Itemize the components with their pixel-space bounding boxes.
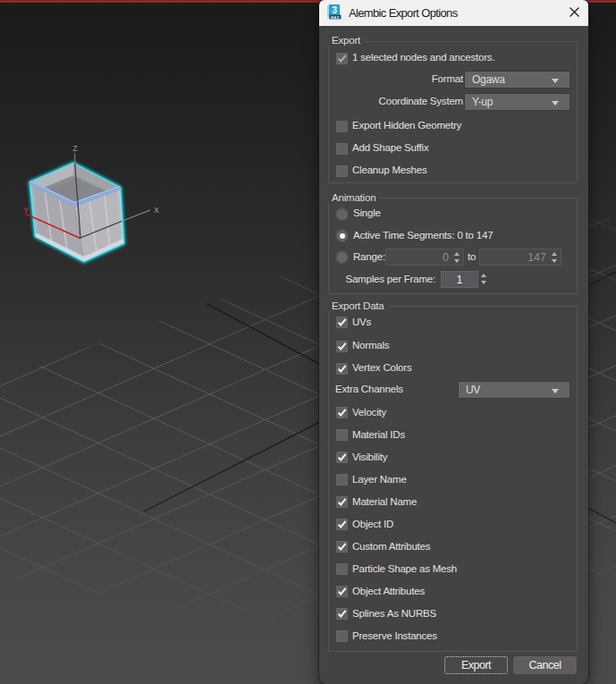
svg-text:MAX: MAX [331,15,340,20]
svg-text:Y: Y [23,206,29,215]
svg-text:Z: Z [72,144,78,153]
svg-text:X: X [154,206,159,215]
svg-text:3: 3 [332,4,337,15]
